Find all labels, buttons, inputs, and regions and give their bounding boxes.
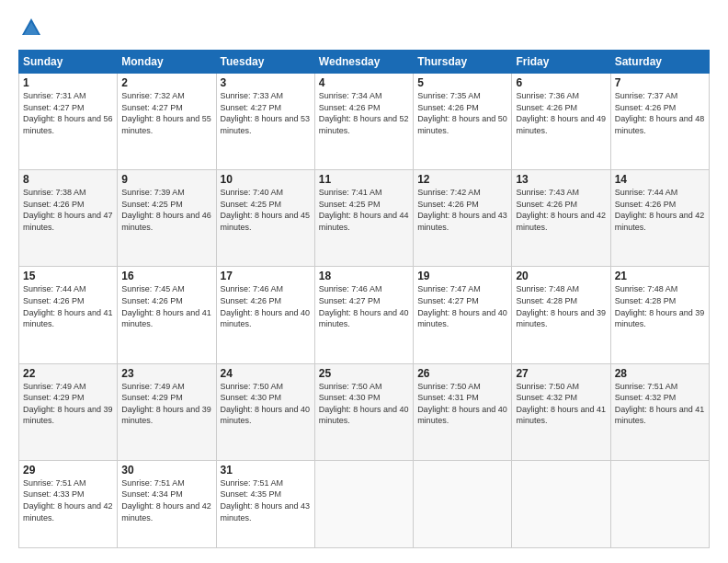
- calendar-cell: 22Sunrise: 7:49 AMSunset: 4:29 PMDayligh…: [19, 363, 118, 460]
- calendar-cell: 1Sunrise: 7:31 AMSunset: 4:27 PMDaylight…: [19, 74, 118, 170]
- day-number: 24: [221, 367, 311, 380]
- day-number: 27: [516, 367, 606, 380]
- calendar-cell: 28Sunrise: 7:51 AMSunset: 4:32 PMDayligh…: [610, 363, 709, 460]
- day-number: 1: [23, 76, 113, 89]
- day-info: Sunrise: 7:41 AMSunset: 4:25 PMDaylight:…: [319, 188, 409, 232]
- day-number: 26: [417, 367, 507, 380]
- day-number: 14: [615, 173, 705, 186]
- calendar-cell: 29Sunrise: 7:51 AMSunset: 4:33 PMDayligh…: [19, 460, 118, 547]
- day-number: 19: [417, 270, 507, 282]
- calendar-cell: 15Sunrise: 7:44 AMSunset: 4:26 PMDayligh…: [19, 267, 118, 363]
- weekday-header-sunday: Sunday: [19, 51, 118, 74]
- calendar-cell: 8Sunrise: 7:38 AMSunset: 4:26 PMDaylight…: [19, 170, 118, 267]
- calendar-cell: 17Sunrise: 7:46 AMSunset: 4:26 PMDayligh…: [216, 267, 314, 363]
- day-number: 21: [615, 270, 705, 282]
- day-number: 11: [319, 173, 409, 186]
- day-info: Sunrise: 7:51 AMSunset: 4:32 PMDaylight:…: [615, 382, 705, 426]
- calendar-cell: [314, 460, 413, 547]
- day-info: Sunrise: 7:34 AMSunset: 4:26 PMDaylight:…: [319, 91, 409, 135]
- logo-icon: [18, 15, 44, 40]
- day-info: Sunrise: 7:33 AMSunset: 4:27 PMDaylight:…: [221, 91, 311, 135]
- weekday-header-thursday: Thursday: [414, 51, 512, 74]
- day-number: 31: [221, 464, 311, 477]
- calendar-cell: [414, 460, 512, 547]
- day-number: 7: [615, 76, 705, 89]
- day-info: Sunrise: 7:36 AMSunset: 4:26 PMDaylight:…: [516, 91, 606, 135]
- day-info: Sunrise: 7:42 AMSunset: 4:26 PMDaylight:…: [417, 188, 507, 232]
- calendar-cell: 18Sunrise: 7:46 AMSunset: 4:27 PMDayligh…: [314, 267, 413, 363]
- week-row-5: 29Sunrise: 7:51 AMSunset: 4:33 PMDayligh…: [19, 460, 710, 547]
- calendar-cell: 26Sunrise: 7:50 AMSunset: 4:31 PMDayligh…: [414, 363, 512, 460]
- day-number: 12: [417, 173, 507, 186]
- day-number: 5: [417, 76, 507, 89]
- day-number: 13: [516, 173, 606, 186]
- day-info: Sunrise: 7:48 AMSunset: 4:28 PMDaylight:…: [615, 284, 705, 328]
- day-info: Sunrise: 7:35 AMSunset: 4:26 PMDaylight:…: [417, 91, 507, 135]
- day-info: Sunrise: 7:47 AMSunset: 4:27 PMDaylight:…: [417, 284, 507, 328]
- day-info: Sunrise: 7:44 AMSunset: 4:26 PMDaylight:…: [23, 284, 113, 328]
- logo: [18, 15, 48, 40]
- day-number: 6: [516, 76, 606, 89]
- day-number: 20: [516, 270, 606, 282]
- day-number: 23: [121, 367, 211, 380]
- header: [18, 15, 710, 40]
- day-number: 18: [319, 270, 409, 282]
- day-info: Sunrise: 7:45 AMSunset: 4:26 PMDaylight:…: [121, 284, 211, 328]
- calendar-cell: 27Sunrise: 7:50 AMSunset: 4:32 PMDayligh…: [512, 363, 610, 460]
- day-number: 28: [615, 367, 705, 380]
- calendar-cell: 14Sunrise: 7:44 AMSunset: 4:26 PMDayligh…: [610, 170, 709, 267]
- day-info: Sunrise: 7:46 AMSunset: 4:26 PMDaylight:…: [221, 284, 311, 328]
- calendar-cell: 6Sunrise: 7:36 AMSunset: 4:26 PMDaylight…: [512, 74, 610, 170]
- calendar-cell: 12Sunrise: 7:42 AMSunset: 4:26 PMDayligh…: [414, 170, 512, 267]
- calendar-cell: 10Sunrise: 7:40 AMSunset: 4:25 PMDayligh…: [216, 170, 314, 267]
- day-info: Sunrise: 7:31 AMSunset: 4:27 PMDaylight:…: [23, 91, 113, 135]
- day-info: Sunrise: 7:49 AMSunset: 4:29 PMDaylight:…: [121, 382, 211, 426]
- day-info: Sunrise: 7:50 AMSunset: 4:31 PMDaylight:…: [417, 382, 507, 426]
- day-number: 25: [319, 367, 409, 380]
- calendar-cell: 21Sunrise: 7:48 AMSunset: 4:28 PMDayligh…: [610, 267, 709, 363]
- calendar-cell: 2Sunrise: 7:32 AMSunset: 4:27 PMDaylight…: [118, 74, 216, 170]
- calendar-cell: 5Sunrise: 7:35 AMSunset: 4:26 PMDaylight…: [414, 74, 512, 170]
- day-number: 15: [23, 270, 113, 282]
- calendar-cell: 4Sunrise: 7:34 AMSunset: 4:26 PMDaylight…: [314, 74, 413, 170]
- calendar-cell: [610, 460, 709, 547]
- day-number: 8: [23, 173, 113, 186]
- calendar-cell: 19Sunrise: 7:47 AMSunset: 4:27 PMDayligh…: [414, 267, 512, 363]
- day-info: Sunrise: 7:40 AMSunset: 4:25 PMDaylight:…: [221, 188, 311, 232]
- day-info: Sunrise: 7:51 AMSunset: 4:33 PMDaylight:…: [23, 478, 113, 523]
- day-info: Sunrise: 7:51 AMSunset: 4:34 PMDaylight:…: [121, 478, 211, 523]
- day-info: Sunrise: 7:39 AMSunset: 4:25 PMDaylight:…: [121, 188, 211, 232]
- day-number: 17: [221, 270, 311, 282]
- calendar-cell: 3Sunrise: 7:33 AMSunset: 4:27 PMDaylight…: [216, 74, 314, 170]
- weekday-header-monday: Monday: [118, 51, 216, 74]
- day-number: 2: [121, 76, 211, 89]
- weekday-header-tuesday: Tuesday: [216, 51, 314, 74]
- day-info: Sunrise: 7:32 AMSunset: 4:27 PMDaylight:…: [121, 91, 211, 135]
- day-info: Sunrise: 7:51 AMSunset: 4:35 PMDaylight:…: [221, 478, 311, 523]
- calendar-cell: 25Sunrise: 7:50 AMSunset: 4:30 PMDayligh…: [314, 363, 413, 460]
- day-number: 16: [121, 270, 211, 282]
- day-info: Sunrise: 7:49 AMSunset: 4:29 PMDaylight:…: [23, 382, 113, 426]
- day-number: 22: [23, 367, 113, 380]
- day-number: 3: [221, 76, 311, 89]
- page: SundayMondayTuesdayWednesdayThursdayFrid…: [0, 0, 728, 563]
- day-info: Sunrise: 7:38 AMSunset: 4:26 PMDaylight:…: [23, 188, 113, 232]
- day-info: Sunrise: 7:48 AMSunset: 4:28 PMDaylight:…: [516, 284, 606, 328]
- weekday-header-saturday: Saturday: [610, 51, 709, 74]
- calendar-cell: [512, 460, 610, 547]
- day-number: 30: [121, 464, 211, 477]
- calendar-cell: 9Sunrise: 7:39 AMSunset: 4:25 PMDaylight…: [118, 170, 216, 267]
- week-row-3: 15Sunrise: 7:44 AMSunset: 4:26 PMDayligh…: [19, 267, 710, 363]
- weekday-header-row: SundayMondayTuesdayWednesdayThursdayFrid…: [19, 51, 710, 74]
- day-info: Sunrise: 7:46 AMSunset: 4:27 PMDaylight:…: [319, 284, 409, 328]
- calendar-cell: 13Sunrise: 7:43 AMSunset: 4:26 PMDayligh…: [512, 170, 610, 267]
- calendar-cell: 24Sunrise: 7:50 AMSunset: 4:30 PMDayligh…: [216, 363, 314, 460]
- calendar-cell: 23Sunrise: 7:49 AMSunset: 4:29 PMDayligh…: [118, 363, 216, 460]
- week-row-4: 22Sunrise: 7:49 AMSunset: 4:29 PMDayligh…: [19, 363, 710, 460]
- day-info: Sunrise: 7:50 AMSunset: 4:32 PMDaylight:…: [516, 382, 606, 426]
- calendar-cell: 16Sunrise: 7:45 AMSunset: 4:26 PMDayligh…: [118, 267, 216, 363]
- calendar-cell: 20Sunrise: 7:48 AMSunset: 4:28 PMDayligh…: [512, 267, 610, 363]
- calendar-table: SundayMondayTuesdayWednesdayThursdayFrid…: [18, 50, 710, 548]
- day-number: 9: [121, 173, 211, 186]
- calendar-cell: 30Sunrise: 7:51 AMSunset: 4:34 PMDayligh…: [118, 460, 216, 547]
